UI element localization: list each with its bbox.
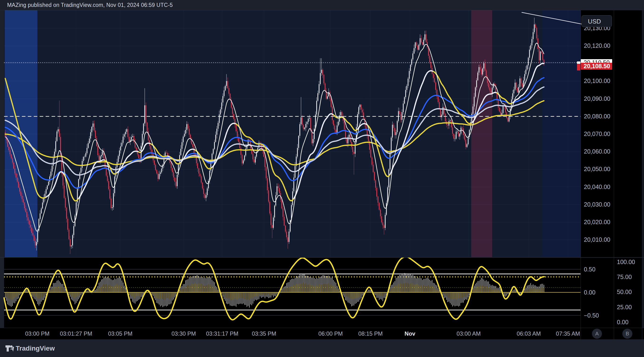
scale-a-b-divider: [614, 10, 614, 340]
time-tick-label: 03:00 AM: [456, 330, 480, 337]
time-axis-ticks: 03:00 PM03:01:27 PM03:05 PM03:30 PM03:31…: [0, 328, 580, 340]
oscillator-scale-b-label: 0.00: [617, 319, 628, 326]
main-chart-canvas[interactable]: [0, 10, 580, 257]
price-tick-label: 20,090.00: [584, 95, 610, 102]
osc-bottom-border: [0, 328, 644, 328]
scale-a-button[interactable]: A: [592, 329, 602, 339]
time-tick-label: 03:05 PM: [108, 330, 132, 337]
oscillator-scale-b-label: 75.00: [617, 274, 632, 280]
chart-region: USD 20,110.50 20,108.50 20,130.0020,120.…: [0, 10, 644, 340]
price-tick-label: 20,060.00: [584, 148, 610, 155]
price-tick-label: 20,020.00: [584, 219, 610, 226]
time-tick-label: 08:15 PM: [358, 330, 383, 337]
currency-toggle-button[interactable]: USD: [582, 15, 612, 27]
time-tick-label: Nov: [404, 330, 415, 337]
oscillator-scale-b-label: 25.00: [617, 304, 632, 311]
time-tick-label: 03:31:17 PM: [206, 330, 238, 337]
tradingview-snapshot: MAZing published on TradingView.com, Nov…: [0, 0, 644, 357]
pane-axis-divider: [580, 10, 581, 340]
oscillator-scale-a-label: −0.50: [584, 312, 599, 319]
time-tick-label: 06:03 AM: [517, 330, 541, 337]
time-tick-label: 03:35 PM: [252, 330, 276, 337]
time-tick-label: 07:35 AM: [556, 330, 580, 337]
axis-right-gutter: [642, 10, 644, 340]
last-price-label: 20,108.50: [581, 63, 612, 70]
oscillator-scale-a-label: 0.00: [584, 289, 596, 296]
oscillator-scale-b-label: 100.00: [617, 258, 635, 266]
tradingview-brand-text: TradingView: [16, 345, 55, 352]
price-tick-label: 20,100.00: [584, 78, 610, 84]
time-axis-bottom-border: [0, 340, 644, 340]
pane-top-border: [0, 10, 644, 10]
price-tick-label: 20,010.00: [584, 236, 610, 243]
axis-outer-border: [642, 10, 642, 340]
time-tick-label: 03:01:27 PM: [60, 330, 92, 337]
oscillator-canvas[interactable]: [0, 258, 580, 328]
time-tick-label: 03:00 PM: [25, 330, 50, 337]
time-tick-label: 03:30 PM: [172, 330, 196, 337]
footer-bar: TradingView: [0, 340, 644, 357]
header-bar: MAZing published on TradingView.com, Nov…: [0, 0, 644, 10]
price-tick-label: 20,070.00: [584, 130, 610, 138]
price-tick-label: 20,050.00: [584, 166, 610, 172]
oscillator-scale-b-label: 50.00: [617, 288, 632, 296]
time-scale[interactable]: 03:00 PM03:01:27 PM03:05 PM03:30 PM03:31…: [0, 328, 644, 340]
pane-divider: [0, 257, 644, 258]
price-tick-label: 20,040.00: [584, 184, 610, 190]
price-scale[interactable]: USD 20,110.50 20,108.50 20,130.0020,120.…: [580, 10, 644, 340]
tradingview-logo-icon: [5, 345, 15, 353]
publish-caption: MAZing published on TradingView.com, Nov…: [7, 2, 173, 8]
price-tick-label: 20,120.00: [584, 42, 610, 49]
price-tick-label: 20,030.00: [584, 201, 610, 208]
time-tick-label: 06:00 PM: [318, 330, 343, 337]
price-tick-label: 20,080.00: [584, 113, 610, 120]
scale-b-button[interactable]: B: [622, 329, 632, 339]
oscillator-scale-a-label: 0.50: [584, 266, 596, 273]
